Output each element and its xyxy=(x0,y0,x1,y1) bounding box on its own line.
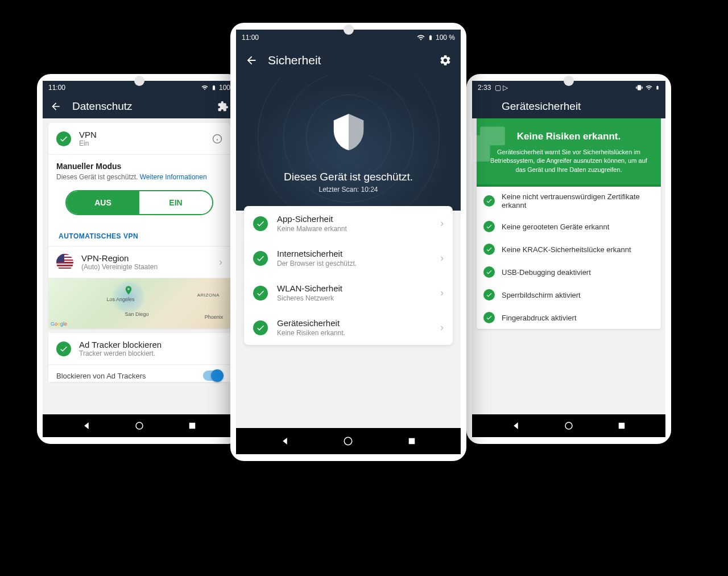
risk-banner: Keine Risiken erkannt. Gerätesicherheit … xyxy=(477,118,661,187)
shield-icon xyxy=(329,109,369,155)
status-time: 11:00 xyxy=(48,84,65,92)
settings-button[interactable] xyxy=(439,54,452,67)
svg-rect-8 xyxy=(619,423,625,429)
item-title: App-Sicherheit xyxy=(277,214,440,224)
check-icon xyxy=(483,195,495,207)
risk-item: Keine nicht vertrauenswürdigen Zertifika… xyxy=(477,187,661,215)
risk-item: Keine gerooteten Geräte erkannt xyxy=(477,215,661,238)
svg-rect-4 xyxy=(189,423,196,429)
vibrate-icon xyxy=(636,84,643,91)
wifi-icon xyxy=(201,84,209,91)
more-info-link[interactable]: Weitere Informationen xyxy=(140,173,207,181)
block-trackers-switch[interactable] xyxy=(203,371,222,381)
risk-text: Fingerabdruck aktiviert xyxy=(502,314,577,322)
nav-back[interactable] xyxy=(280,436,290,446)
svg-point-7 xyxy=(565,422,572,429)
ad-tracker-row: Ad Tracker blockieren Tracker werden blo… xyxy=(48,333,230,364)
banner-title: Keine Risiken erkannt. xyxy=(486,131,652,142)
nav-recent[interactable] xyxy=(407,436,417,446)
toggle-on[interactable]: EIN xyxy=(139,191,212,214)
phone-security: 11:00 100 % Sicherheit Dieses Gerät i xyxy=(230,23,466,461)
nav-home[interactable] xyxy=(343,436,353,446)
check-icon xyxy=(253,216,268,231)
check-icon xyxy=(483,244,495,255)
region-title: VPN-Region xyxy=(81,253,219,263)
status-battery: 100 % xyxy=(436,34,455,42)
security-list: App-Sicherheit Keine Malware erkannt › I… xyxy=(244,206,453,345)
battery-icon xyxy=(211,84,217,92)
nav-back[interactable] xyxy=(511,421,521,431)
nav-home[interactable] xyxy=(564,421,574,431)
nav-recent[interactable] xyxy=(617,421,627,431)
check-icon xyxy=(483,266,495,278)
nav-home[interactable] xyxy=(134,421,144,431)
risk-item: USB-Debugging deaktiviert xyxy=(477,261,661,283)
vpn-toggle[interactable]: AUS EIN xyxy=(65,190,213,215)
camera-notch xyxy=(134,76,144,86)
item-title: WLAN-Sicherheit xyxy=(277,283,440,293)
map-city-sd: San Diego xyxy=(125,311,148,317)
nav-back[interactable] xyxy=(81,421,92,431)
security-item-device[interactable]: Gerätesicherheit Keine Risiken erkannt. … xyxy=(244,310,453,345)
check-icon xyxy=(483,312,495,323)
nav-recent[interactable] xyxy=(187,421,197,431)
back-button[interactable] xyxy=(245,54,258,67)
phone-device-security: 2:33 ▢ ▷ Gerätesicherheit Keine Risiken … xyxy=(466,74,671,444)
hero-section: Dieses Gerät ist geschützt. Letzter Scan… xyxy=(236,75,461,211)
svg-rect-10 xyxy=(409,438,415,445)
check-icon xyxy=(483,289,495,301)
hero-subtitle: Letzter Scan: 10:24 xyxy=(236,186,461,194)
chevron-right-icon: › xyxy=(440,287,444,299)
phone-privacy: 11:00 100 Datenschutz xyxy=(37,74,242,444)
risk-item: Fingerabdruck aktiviert xyxy=(477,306,661,329)
back-button[interactable] xyxy=(49,100,62,113)
toggle-off[interactable]: AUS xyxy=(67,191,139,214)
app-header: Gerätesicherheit xyxy=(472,94,665,118)
chevron-right-icon: › xyxy=(440,322,444,334)
page-title: Sicherheit xyxy=(268,54,429,67)
block-trackers-label: Blockieren von Ad Trackers xyxy=(56,372,146,380)
info-icon[interactable] xyxy=(212,134,222,144)
banner-desc: Gerätesicherheit warnt Sie vor Sicherhei… xyxy=(486,148,652,174)
status-time: 11:00 xyxy=(242,34,259,42)
vpn-title: VPN xyxy=(79,130,212,139)
risk-item: Sperrbildschirm aktiviert xyxy=(477,283,661,306)
security-item-internet[interactable]: Internetsicherheit Der Browser ist gesch… xyxy=(244,241,453,275)
item-sub: Keine Risiken erkannt. xyxy=(277,329,440,337)
item-title: Gerätesicherheit xyxy=(277,318,440,328)
svg-point-9 xyxy=(345,437,353,445)
risk-item: Keine KRACK-Sicherheitslücke erkannt xyxy=(477,238,661,261)
android-nav-bar xyxy=(43,414,236,437)
tracker-sub: Tracker werden blockiert. xyxy=(79,349,222,357)
region-value: (Auto) Vereinigte Staaten xyxy=(81,263,219,271)
chevron-right-icon: › xyxy=(219,256,222,268)
vpn-status: Ein xyxy=(79,139,212,147)
map-pin-icon xyxy=(123,283,134,297)
battery-icon xyxy=(655,84,660,92)
check-icon xyxy=(483,221,495,232)
risk-text: Keine gerooteten Geräte erkannt xyxy=(502,223,609,231)
tracker-title: Ad Tracker blockieren xyxy=(79,340,222,349)
manual-mode-desc: Dieses Gerät ist geschützt. Weitere Info… xyxy=(56,173,222,181)
battery-icon xyxy=(428,33,433,42)
security-item-wlan[interactable]: WLAN-Sicherheit Sicheres Netzwerk › xyxy=(244,275,453,310)
manual-mode-title: Manueller Modus xyxy=(56,162,222,171)
risk-text: Keine nicht vertrauenswürdigen Zertifika… xyxy=(502,192,654,209)
status-battery: 100 xyxy=(219,84,230,92)
camera-notch xyxy=(344,24,354,35)
puzzle-icon[interactable] xyxy=(217,100,229,113)
app-header: Sicherheit xyxy=(236,46,461,75)
check-icon xyxy=(56,131,71,146)
chevron-right-icon: › xyxy=(440,217,444,229)
vpn-region-row[interactable]: VPN-Region (Auto) Vereinigte Staaten › xyxy=(48,246,230,278)
page-title: Datenschutz xyxy=(72,100,206,113)
wifi-icon xyxy=(416,34,425,42)
security-item-app[interactable]: App-Sicherheit Keine Malware erkannt › xyxy=(244,206,453,241)
auto-vpn-label: AUTOMATISCHES VPN xyxy=(48,224,230,246)
vpn-status-row[interactable]: VPN Ein xyxy=(48,123,230,155)
wifi-icon xyxy=(645,84,653,91)
map-preview[interactable]: Los Angeles San Diego ARIZONA Phoenix Go… xyxy=(48,278,230,328)
status-time: 2:33 xyxy=(478,84,491,92)
map-city-ph: Phoenix xyxy=(205,314,224,320)
android-nav-bar xyxy=(236,428,461,454)
